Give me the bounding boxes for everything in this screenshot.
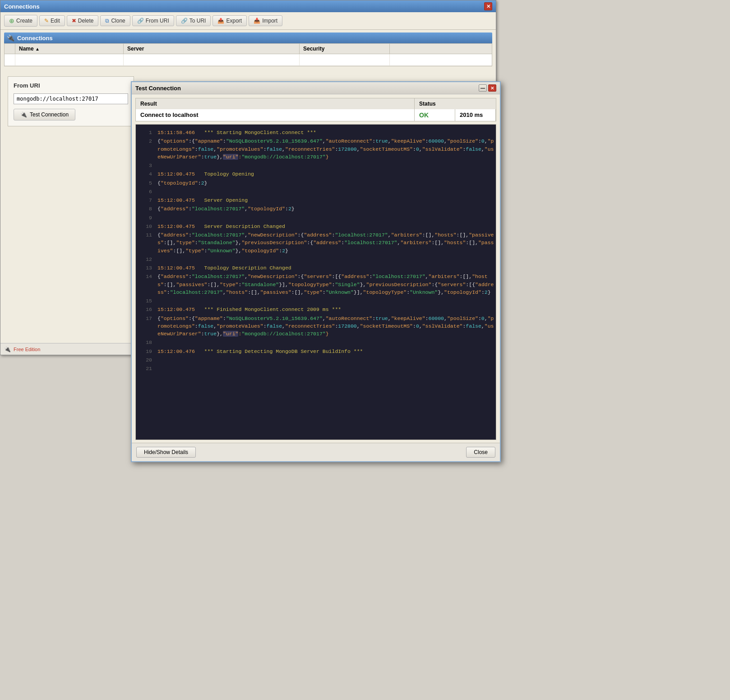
log-line: 11{"address":"localhost:27017","newDescr… — [136, 231, 496, 255]
col-server: Server — [124, 44, 300, 54]
uri-input[interactable] — [14, 93, 128, 104]
log-line: 415:12:00.475 Topology Opening — [136, 170, 496, 178]
hide-show-details-button[interactable]: Hide/Show Details — [136, 447, 196, 458]
main-title-bar: Connections ✕ — [0, 0, 496, 12]
test-conn-label: Test Connection — [30, 111, 69, 118]
dialog-title: Test Connection — [135, 85, 181, 92]
dialog-minimize-button[interactable]: — — [479, 84, 487, 92]
create-button[interactable]: ⊕ Create — [4, 15, 37, 27]
log-text — [157, 365, 496, 372]
line-number: 21 — [136, 365, 157, 372]
col-name: Name ▲ — [15, 44, 124, 54]
log-line: 115:11:58.466 *** Starting MongoClient.c… — [136, 128, 496, 137]
table-row — [5, 54, 492, 66]
log-line: 1015:12:00.475 Server Description Change… — [136, 222, 496, 231]
log-container[interactable]: 115:11:58.466 *** Starting MongoClient.c… — [135, 124, 496, 440]
log-line: 1915:12:00.476 *** Starting Detecting Mo… — [136, 347, 496, 356]
log-line: 18 — [136, 338, 496, 347]
delete-button[interactable]: ✖ Delete — [67, 15, 99, 26]
line-number: 8 — [136, 205, 157, 213]
log-text: 15:12:00.476 *** Starting Detecting Mong… — [157, 348, 496, 355]
log-line: 21 — [136, 364, 496, 373]
from-uri-icon: 🔗 — [137, 18, 144, 24]
toolbar: ⊕ Create ✎ Edit ✖ Delete ⧉ Clone 🔗 From … — [0, 12, 496, 30]
line-number: 15 — [136, 297, 157, 305]
log-line: 1615:12:00.475 *** Finished MongoClient.… — [136, 305, 496, 314]
line-number: 4 — [136, 170, 157, 178]
dialog-title-buttons: — ✕ — [479, 84, 496, 92]
status-time: 2010 ms — [455, 109, 496, 121]
to-uri-icon: 🔗 — [181, 18, 188, 24]
from-uri-panel-title: From URI — [14, 82, 128, 89]
dialog-close-footer-button[interactable]: Close — [466, 447, 495, 458]
log-line: 1315:12:00.475 Topology Description Chan… — [136, 264, 496, 272]
clone-button[interactable]: ⧉ Clone — [100, 15, 130, 26]
line-number: 10 — [136, 223, 157, 230]
log-line: 3 — [136, 161, 496, 170]
log-text: {"options":{"appname":"NoSQLBoosterV5.2.… — [157, 315, 496, 338]
dialog-footer: Hide/Show Details Close — [132, 443, 500, 461]
log-section: 115:11:58.466 *** Starting MongoClient.c… — [132, 121, 500, 443]
connections-panel: 🔌 Connections Name ▲ Server Security — [0, 30, 496, 69]
import-icon: 📥 — [254, 18, 260, 24]
cell-server — [124, 54, 300, 65]
cell-security — [300, 54, 390, 65]
import-button[interactable]: 📥 Import — [249, 15, 282, 26]
edit-button[interactable]: ✎ Edit — [39, 15, 65, 26]
log-text — [157, 338, 496, 346]
cell-name — [15, 54, 124, 65]
log-text — [157, 188, 496, 195]
connect-label: Connect to localhost — [136, 109, 415, 121]
log-text — [157, 214, 496, 222]
line-number: 5 — [136, 179, 157, 187]
line-number: 17 — [136, 315, 157, 338]
col-checkbox — [5, 44, 15, 54]
main-close-button[interactable]: ✕ — [484, 2, 492, 10]
line-number: 2 — [136, 137, 157, 161]
status-col-header: Status — [415, 98, 496, 109]
log-text: {"topologyId":2} — [157, 179, 496, 187]
line-number: 14 — [136, 273, 157, 296]
export-icon: 📤 — [217, 18, 224, 24]
test-conn-icon: 🔌 — [20, 111, 27, 118]
log-text: 15:12:00.475 Topology Opening — [157, 170, 496, 178]
log-text — [157, 255, 496, 263]
sort-icon: ▲ — [35, 46, 40, 51]
from-uri-button[interactable]: 🔗 From URI — [132, 15, 174, 26]
test-connection-dialog: Test Connection — ✕ Result Status Connec… — [131, 81, 501, 462]
result-row: Connect to localhost OK 2010 ms — [135, 109, 496, 121]
log-text — [157, 297, 496, 305]
line-number: 19 — [136, 348, 157, 355]
log-line: 715:12:00.475 Server Opening — [136, 196, 496, 204]
test-connection-button[interactable]: 🔌 Test Connection — [14, 109, 75, 121]
log-text: 15:12:00.475 Server Opening — [157, 196, 496, 204]
log-line: 6 — [136, 187, 496, 196]
status-icon: 🔌 — [4, 346, 11, 352]
line-number: 18 — [136, 338, 157, 346]
log-line: 9 — [136, 213, 496, 222]
clone-icon: ⧉ — [105, 18, 109, 24]
log-line: 8{"address":"localhost:27017","topologyI… — [136, 204, 496, 213]
line-number: 13 — [136, 264, 157, 272]
from-uri-label: From URI — [146, 18, 169, 24]
line-number: 12 — [136, 255, 157, 263]
log-text: 15:12:00.475 Topology Description Change… — [157, 264, 496, 272]
log-text: {"options":{"appname":"NoSQLBoosterV5.2.… — [157, 137, 496, 161]
line-number: 3 — [136, 162, 157, 169]
line-number: 9 — [136, 214, 157, 222]
line-number: 20 — [136, 356, 157, 364]
line-number: 1 — [136, 129, 157, 136]
create-label: Create — [16, 18, 32, 24]
to-uri-label: To URI — [189, 18, 206, 24]
export-button[interactable]: 📤 Export — [213, 15, 247, 26]
create-icon: ⊕ — [9, 17, 14, 24]
connections-panel-title: 🔌 Connections — [4, 32, 492, 43]
col-security: Security — [300, 44, 390, 54]
log-line: 5{"topologyId":2} — [136, 179, 496, 187]
delete-label: Delete — [78, 18, 94, 24]
log-text: 15:11:58.466 *** Starting MongoClient.co… — [157, 129, 496, 136]
connections-table: Name ▲ Server Security — [4, 43, 492, 66]
to-uri-button[interactable]: 🔗 To URI — [176, 15, 211, 26]
from-uri-panel: From URI 🔌 Test Connection — [8, 76, 134, 126]
dialog-close-button[interactable]: ✕ — [488, 84, 496, 92]
